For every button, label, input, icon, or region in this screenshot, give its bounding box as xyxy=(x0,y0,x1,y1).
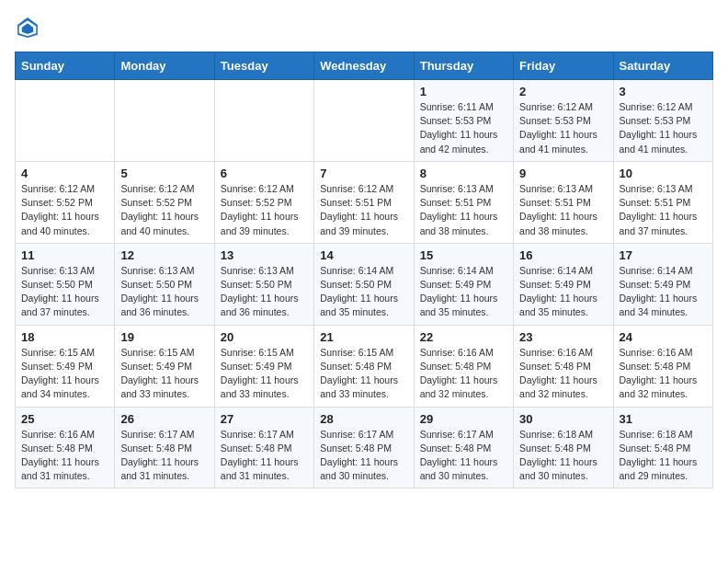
day-cell: 20Sunrise: 6:15 AM Sunset: 5:49 PM Dayli… xyxy=(214,325,313,407)
day-cell xyxy=(314,80,414,162)
day-detail: Sunrise: 6:12 AM Sunset: 5:53 PM Dayligh… xyxy=(620,100,707,156)
day-number: 9 xyxy=(519,167,607,180)
day-cell xyxy=(115,80,214,162)
logo xyxy=(15,15,46,40)
day-detail: Sunrise: 6:14 AM Sunset: 5:49 PM Dayligh… xyxy=(620,264,707,320)
week-row-5: 25Sunrise: 6:16 AM Sunset: 5:48 PM Dayli… xyxy=(16,407,713,488)
day-number: 7 xyxy=(320,167,407,180)
day-detail: Sunrise: 6:12 AM Sunset: 5:52 PM Dayligh… xyxy=(21,182,108,238)
day-number: 3 xyxy=(620,85,707,98)
day-number: 2 xyxy=(519,85,607,98)
day-cell: 25Sunrise: 6:16 AM Sunset: 5:48 PM Dayli… xyxy=(16,407,115,488)
header-saturday: Saturday xyxy=(613,52,712,80)
day-cell: 18Sunrise: 6:15 AM Sunset: 5:49 PM Dayli… xyxy=(16,325,115,407)
day-number: 4 xyxy=(21,167,108,180)
day-number: 25 xyxy=(21,412,108,426)
day-detail: Sunrise: 6:15 AM Sunset: 5:49 PM Dayligh… xyxy=(120,346,208,402)
day-detail: Sunrise: 6:13 AM Sunset: 5:51 PM Dayligh… xyxy=(519,182,607,238)
week-row-4: 18Sunrise: 6:15 AM Sunset: 5:49 PM Dayli… xyxy=(16,325,713,407)
day-detail: Sunrise: 6:16 AM Sunset: 5:48 PM Dayligh… xyxy=(21,428,108,484)
day-number: 31 xyxy=(620,412,707,426)
day-detail: Sunrise: 6:15 AM Sunset: 5:49 PM Dayligh… xyxy=(21,346,108,402)
day-number: 24 xyxy=(620,330,707,344)
day-number: 23 xyxy=(519,330,607,344)
day-cell: 16Sunrise: 6:14 AM Sunset: 5:49 PM Dayli… xyxy=(514,243,613,325)
week-row-3: 11Sunrise: 6:13 AM Sunset: 5:50 PM Dayli… xyxy=(16,243,713,325)
day-detail: Sunrise: 6:17 AM Sunset: 5:48 PM Dayligh… xyxy=(420,428,507,484)
day-number: 11 xyxy=(21,248,108,262)
day-detail: Sunrise: 6:16 AM Sunset: 5:48 PM Dayligh… xyxy=(620,346,707,402)
day-detail: Sunrise: 6:14 AM Sunset: 5:50 PM Dayligh… xyxy=(320,264,407,320)
day-cell: 15Sunrise: 6:14 AM Sunset: 5:49 PM Dayli… xyxy=(414,243,513,325)
day-number: 8 xyxy=(420,167,507,180)
day-cell: 9Sunrise: 6:13 AM Sunset: 5:51 PM Daylig… xyxy=(514,161,613,243)
day-cell: 17Sunrise: 6:14 AM Sunset: 5:49 PM Dayli… xyxy=(613,243,712,325)
day-detail: Sunrise: 6:13 AM Sunset: 5:50 PM Dayligh… xyxy=(221,264,308,320)
day-detail: Sunrise: 6:15 AM Sunset: 5:48 PM Dayligh… xyxy=(320,346,407,402)
day-cell: 30Sunrise: 6:18 AM Sunset: 5:48 PM Dayli… xyxy=(514,407,613,488)
day-cell: 14Sunrise: 6:14 AM Sunset: 5:50 PM Dayli… xyxy=(314,243,414,325)
day-cell: 21Sunrise: 6:15 AM Sunset: 5:48 PM Dayli… xyxy=(314,325,414,407)
week-row-1: 1Sunrise: 6:11 AM Sunset: 5:53 PM Daylig… xyxy=(16,80,713,162)
day-detail: Sunrise: 6:13 AM Sunset: 5:50 PM Dayligh… xyxy=(21,264,108,320)
day-cell: 23Sunrise: 6:16 AM Sunset: 5:48 PM Dayli… xyxy=(514,325,613,407)
day-detail: Sunrise: 6:18 AM Sunset: 5:48 PM Dayligh… xyxy=(620,428,707,484)
day-detail: Sunrise: 6:13 AM Sunset: 5:51 PM Dayligh… xyxy=(620,182,707,238)
day-number: 19 xyxy=(120,330,208,344)
week-row-2: 4Sunrise: 6:12 AM Sunset: 5:52 PM Daylig… xyxy=(16,161,713,243)
day-cell: 4Sunrise: 6:12 AM Sunset: 5:52 PM Daylig… xyxy=(16,161,115,243)
day-detail: Sunrise: 6:13 AM Sunset: 5:50 PM Dayligh… xyxy=(120,264,208,320)
day-detail: Sunrise: 6:11 AM Sunset: 5:53 PM Dayligh… xyxy=(420,100,507,156)
day-cell xyxy=(214,80,313,162)
day-number: 10 xyxy=(620,167,707,180)
day-number: 14 xyxy=(320,248,407,262)
day-detail: Sunrise: 6:17 AM Sunset: 5:48 PM Dayligh… xyxy=(221,428,308,484)
day-detail: Sunrise: 6:16 AM Sunset: 5:48 PM Dayligh… xyxy=(420,346,507,402)
day-cell: 26Sunrise: 6:17 AM Sunset: 5:48 PM Dayli… xyxy=(115,407,214,488)
day-cell: 1Sunrise: 6:11 AM Sunset: 5:53 PM Daylig… xyxy=(414,80,513,162)
day-number: 28 xyxy=(320,412,407,426)
day-number: 21 xyxy=(320,330,407,344)
day-number: 13 xyxy=(221,248,308,262)
day-detail: Sunrise: 6:17 AM Sunset: 5:48 PM Dayligh… xyxy=(120,428,208,484)
day-number: 17 xyxy=(620,248,707,262)
header-tuesday: Tuesday xyxy=(214,52,313,80)
day-cell: 27Sunrise: 6:17 AM Sunset: 5:48 PM Dayli… xyxy=(214,407,313,488)
header-monday: Monday xyxy=(115,52,214,80)
day-cell: 7Sunrise: 6:12 AM Sunset: 5:51 PM Daylig… xyxy=(314,161,414,243)
day-number: 1 xyxy=(420,85,507,98)
day-detail: Sunrise: 6:12 AM Sunset: 5:51 PM Dayligh… xyxy=(320,182,407,238)
logo-icon xyxy=(15,15,40,40)
day-number: 15 xyxy=(420,248,507,262)
day-number: 16 xyxy=(519,248,607,262)
day-cell: 12Sunrise: 6:13 AM Sunset: 5:50 PM Dayli… xyxy=(115,243,214,325)
day-number: 29 xyxy=(420,412,507,426)
day-number: 20 xyxy=(221,330,308,344)
day-number: 6 xyxy=(221,167,308,180)
day-cell: 2Sunrise: 6:12 AM Sunset: 5:53 PM Daylig… xyxy=(514,80,613,162)
day-detail: Sunrise: 6:12 AM Sunset: 5:53 PM Dayligh… xyxy=(519,100,607,156)
day-cell: 8Sunrise: 6:13 AM Sunset: 5:51 PM Daylig… xyxy=(414,161,513,243)
header-friday: Friday xyxy=(514,52,613,80)
day-number: 18 xyxy=(21,330,108,344)
day-cell: 31Sunrise: 6:18 AM Sunset: 5:48 PM Dayli… xyxy=(613,407,712,488)
calendar-table: SundayMondayTuesdayWednesdayThursdayFrid… xyxy=(15,52,713,488)
day-detail: Sunrise: 6:14 AM Sunset: 5:49 PM Dayligh… xyxy=(519,264,607,320)
day-detail: Sunrise: 6:15 AM Sunset: 5:49 PM Dayligh… xyxy=(221,346,308,402)
day-detail: Sunrise: 6:14 AM Sunset: 5:49 PM Dayligh… xyxy=(420,264,507,320)
day-cell: 13Sunrise: 6:13 AM Sunset: 5:50 PM Dayli… xyxy=(214,243,313,325)
day-cell: 6Sunrise: 6:12 AM Sunset: 5:52 PM Daylig… xyxy=(214,161,313,243)
day-number: 22 xyxy=(420,330,507,344)
day-number: 26 xyxy=(120,412,208,426)
header-wednesday: Wednesday xyxy=(314,52,414,80)
day-cell: 22Sunrise: 6:16 AM Sunset: 5:48 PM Dayli… xyxy=(414,325,513,407)
day-number: 27 xyxy=(221,412,308,426)
day-number: 12 xyxy=(120,248,208,262)
day-detail: Sunrise: 6:13 AM Sunset: 5:51 PM Dayligh… xyxy=(420,182,507,238)
header-row: SundayMondayTuesdayWednesdayThursdayFrid… xyxy=(16,52,713,80)
header-thursday: Thursday xyxy=(414,52,513,80)
day-detail: Sunrise: 6:12 AM Sunset: 5:52 PM Dayligh… xyxy=(221,182,308,238)
day-cell xyxy=(16,80,115,162)
page-header xyxy=(15,15,713,40)
day-cell: 28Sunrise: 6:17 AM Sunset: 5:48 PM Dayli… xyxy=(314,407,414,488)
